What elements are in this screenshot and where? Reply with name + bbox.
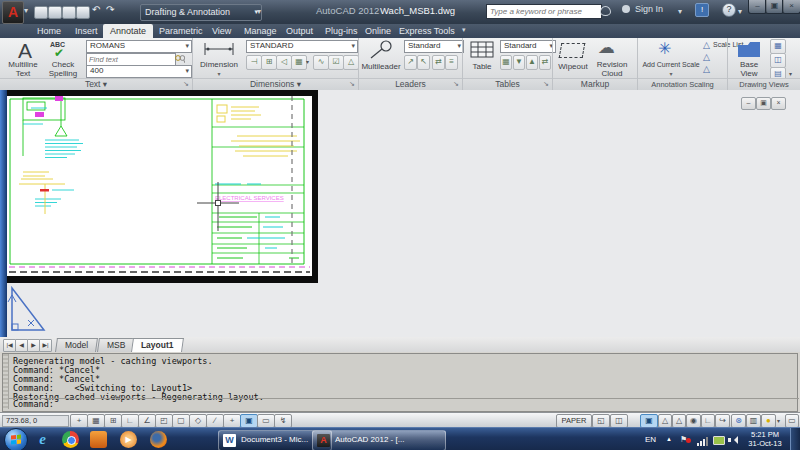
- command-window[interactable]: Regenerating model - caching viewports. …: [0, 352, 800, 412]
- start-button[interactable]: [4, 428, 28, 450]
- show-desktop-button[interactable]: [790, 428, 800, 450]
- polar-toggle[interactable]: ∠: [138, 414, 156, 428]
- dim-tool-icon[interactable]: ☑: [328, 55, 344, 70]
- internet-explorer-icon[interactable]: e: [34, 431, 51, 448]
- check-spelling-button[interactable]: Check Spelling: [44, 61, 82, 78]
- transparency-toggle[interactable]: ▭: [257, 414, 275, 428]
- delete-scales-icon[interactable]: △: [703, 64, 710, 74]
- last-tab-icon[interactable]: ▶|: [39, 339, 52, 352]
- dim-tool-icon[interactable]: ⊣: [246, 55, 262, 70]
- firefox-icon[interactable]: [150, 431, 167, 448]
- dimension-button[interactable]: Dimension ▾: [196, 61, 242, 78]
- revision-cloud-button[interactable]: Revision Cloud: [592, 61, 632, 78]
- signin-dropdown-icon[interactable]: ▾: [678, 7, 682, 16]
- tables-dialog-launcher-icon[interactable]: ↘: [543, 80, 551, 88]
- tab-output[interactable]: Output: [279, 24, 320, 38]
- toolbar-lock-icon[interactable]: ▥: [746, 414, 761, 428]
- leader-tool-icon[interactable]: ≡: [445, 55, 458, 70]
- add-current-scale-button[interactable]: Add Current Scale ▾: [640, 61, 702, 78]
- close-button[interactable]: ×: [782, 0, 800, 14]
- grid-display-toggle[interactable]: ⊞: [104, 414, 122, 428]
- table-tool-icon[interactable]: ▼: [513, 55, 525, 70]
- action-center-flag-icon[interactable]: ⚑: [680, 428, 687, 450]
- dyn-input-toggle[interactable]: +: [223, 414, 241, 428]
- table-style-combo[interactable]: Standard▾: [500, 40, 556, 53]
- chevron-down-icon[interactable]: ▾: [306, 58, 309, 65]
- otrack-toggle[interactable]: ◇: [189, 414, 207, 428]
- dim-tool-icon[interactable]: ⊞: [261, 55, 277, 70]
- quick-view-layouts-icon[interactable]: ◱: [592, 414, 610, 428]
- lineweight-toggle[interactable]: ▣: [240, 414, 258, 428]
- angle-icon[interactable]: ∟: [701, 414, 715, 428]
- snap-toggle[interactable]: +: [70, 414, 88, 428]
- ribbon-minimize-icon[interactable]: ▾: [462, 26, 466, 34]
- viewport-restore-icon[interactable]: ▣: [756, 97, 771, 110]
- workspace-combo[interactable]: Drafting & Annotation ▾: [140, 4, 262, 21]
- leaders-dialog-launcher-icon[interactable]: ↘: [453, 80, 461, 88]
- taskbar-clock[interactable]: 5:21 PM 31-Oct-13: [742, 430, 788, 448]
- annotation-visibility-icon[interactable]: △: [658, 414, 672, 428]
- ortho-toggle[interactable]: ∟: [121, 414, 139, 428]
- tab-msb[interactable]: MSB: [97, 338, 135, 352]
- undo-icon[interactable]: ↶: [92, 4, 100, 15]
- tab-express-tools[interactable]: Express Tools: [392, 24, 462, 38]
- tab-home[interactable]: Home: [30, 24, 68, 38]
- viewport-minimize-icon[interactable]: –: [741, 97, 756, 110]
- view-tool-icon[interactable]: ▦: [770, 39, 786, 54]
- help-dropdown-icon[interactable]: ▾: [738, 7, 742, 16]
- scale-list-icon[interactable]: △: [703, 40, 710, 50]
- hidden-icons-arrow-icon[interactable]: ▲: [666, 428, 672, 450]
- battery-icon[interactable]: [713, 436, 725, 445]
- language-indicator[interactable]: EN: [645, 428, 656, 450]
- tab-parametric[interactable]: Parametric: [152, 24, 210, 38]
- text-height-combo[interactable]: 400▾: [86, 65, 192, 78]
- drawing-canvas[interactable]: ELECTRICAL SERVICES: [0, 90, 800, 337]
- dim-tool-icon[interactable]: ◁: [276, 55, 292, 70]
- 3dosnap-toggle[interactable]: ▢: [172, 414, 190, 428]
- workspace-switch-icon[interactable]: ↪: [715, 414, 730, 428]
- autoscale-icon[interactable]: △: [672, 414, 686, 428]
- osnap-toggle[interactable]: ◰: [155, 414, 173, 428]
- leader-tool-icon[interactable]: ↖: [417, 55, 430, 70]
- find-binoculars-icon[interactable]: [175, 54, 185, 64]
- viewport-lock-icon[interactable]: ▣: [640, 414, 658, 428]
- logo-dropdown-icon[interactable]: ▾: [24, 6, 28, 15]
- annotation-scale-icon[interactable]: ◉: [686, 414, 701, 428]
- quick-view-drawings-icon[interactable]: ◫: [610, 414, 628, 428]
- tab-manage[interactable]: Manage: [237, 24, 284, 38]
- multileader-button[interactable]: Multileader: [360, 63, 402, 72]
- search-input[interactable]: [486, 4, 602, 19]
- gear-icon[interactable]: ⊛: [731, 414, 746, 428]
- tab-insert[interactable]: Insert: [68, 24, 105, 38]
- search-binoculars-icon[interactable]: [600, 6, 611, 16]
- table-tool-icon[interactable]: ⇄: [539, 55, 551, 70]
- tab-model[interactable]: Model: [55, 338, 98, 352]
- dim-tool-icon[interactable]: △: [343, 55, 359, 70]
- media-player-icon[interactable]: ▶: [120, 431, 137, 448]
- ducs-toggle[interactable]: ∕: [206, 414, 224, 428]
- redo-icon[interactable]: ↷: [106, 4, 114, 15]
- dim-tool-icon[interactable]: ∿: [313, 55, 329, 70]
- tab-layout1[interactable]: Layout1: [131, 338, 184, 352]
- quick-properties-toggle[interactable]: ↯: [274, 414, 292, 428]
- command-input[interactable]: Command:: [9, 398, 799, 410]
- add-scales-icon[interactable]: △: [703, 52, 710, 62]
- chrome-icon[interactable]: [62, 431, 79, 448]
- mleader-style-combo[interactable]: Standard▾: [404, 40, 464, 53]
- plot-icon[interactable]: [76, 6, 90, 19]
- autocad-logo-button[interactable]: A: [2, 1, 24, 24]
- help-icon[interactable]: ?: [722, 3, 736, 17]
- dim-style-combo[interactable]: STANDARD▾: [246, 40, 358, 53]
- text-dialog-launcher-icon[interactable]: ↘: [183, 80, 191, 88]
- text-style-combo[interactable]: ROMANS▾: [86, 40, 192, 53]
- dim-tool-icon[interactable]: ▦: [291, 55, 307, 70]
- tab-view[interactable]: View: [205, 24, 238, 38]
- media-app-icon[interactable]: [90, 431, 107, 448]
- save-icon[interactable]: [62, 6, 76, 19]
- table-tool-icon[interactable]: ▲: [526, 55, 538, 70]
- taskbar-item-autocad[interactable]: A AutoCAD 2012 - [...: [312, 430, 446, 450]
- wipeout-button[interactable]: Wipeout: [556, 63, 590, 72]
- signin-link[interactable]: Sign In: [635, 4, 663, 14]
- paper-model-toggle[interactable]: PAPER: [556, 414, 592, 428]
- hardware-accel-icon[interactable]: ●: [761, 414, 776, 428]
